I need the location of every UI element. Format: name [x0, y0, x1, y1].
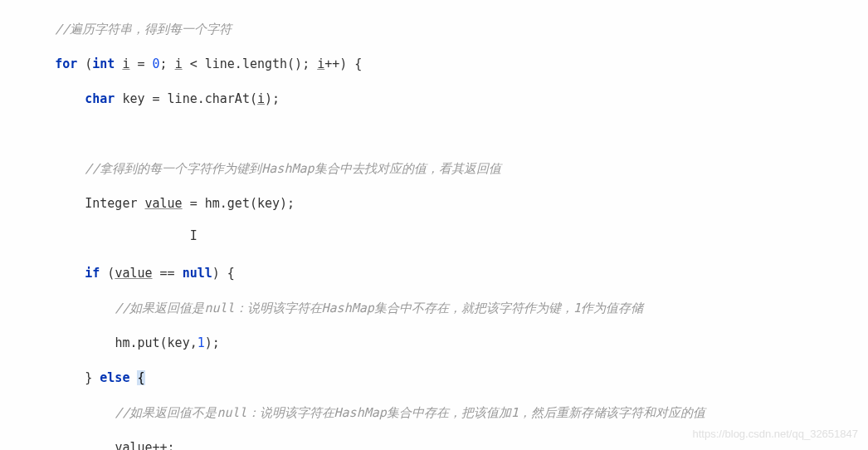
code-editor[interactable]: //遍历字符串，得到每一个字符 for (int i = 0; i < line…	[0, 0, 868, 450]
code-line: //如果返回值不是null：说明该字符在HashMap集合中存在，把该值加1，然…	[25, 404, 868, 422]
text-cursor-icon: I	[190, 228, 197, 243]
code-line: hm.put(key,1);	[25, 335, 868, 352]
matching-brace-highlight: {	[137, 370, 144, 385]
code-line: //拿得到的每一个字符作为键到HashMap集合中去找对应的值，看其返回值	[25, 160, 868, 178]
text-cursor-line: I	[25, 230, 868, 247]
code-line: for (int i = 0; i < line.length(); i++) …	[25, 56, 868, 73]
code-line: if (value == null) {	[25, 265, 868, 282]
code-line: //如果返回值是null：说明该字符在HashMap集合中不存在，就把该字符作为…	[25, 300, 868, 317]
code-line: //遍历字符串，得到每一个字符	[25, 21, 868, 38]
code-line: value++;	[25, 439, 868, 450]
code-line: } else {	[25, 369, 868, 387]
code-line: Integer value = hm.get(key);	[25, 195, 868, 213]
code-line	[25, 125, 868, 143]
code-line: char key = line.charAt(i);	[25, 90, 868, 108]
